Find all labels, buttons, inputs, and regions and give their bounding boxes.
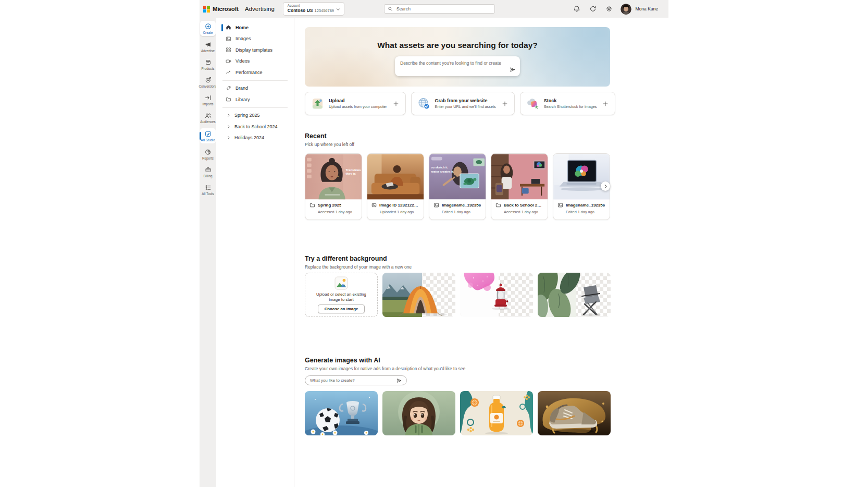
asset-search-input[interactable] [395, 56, 520, 76]
ai-sample-juice-bottle[interactable] [460, 391, 533, 435]
sidebar-folder-holidays-2024[interactable]: Holidays 2024 [216, 132, 294, 144]
imports-icon [205, 94, 212, 101]
rail-item-label: Ad Studio [201, 138, 215, 142]
rail-item-billing[interactable]: Billing [200, 165, 216, 179]
settings-button[interactable] [604, 4, 614, 14]
svg-text:ou sketch it.: ou sketch it. [431, 166, 449, 169]
sidebar-folder-label: Back to School 2024 [234, 124, 278, 129]
global-search [384, 4, 495, 14]
user-name: Mona Kane [636, 6, 658, 11]
display-templates-icon [226, 47, 231, 53]
product-name[interactable]: Advertising [245, 6, 275, 12]
sidebar-item-performance[interactable]: Performance [216, 67, 294, 78]
account-picker[interactable]: Account Contoso US 123456789 [283, 2, 344, 16]
upload-card[interactable]: Upload Upload assets from your computer [305, 92, 406, 115]
recent-card-name: Image ID 12321223214 [379, 203, 419, 208]
generate-submit-button[interactable] [395, 377, 403, 384]
sidebar-folder-back-to-school-2024[interactable]: Back to School 2024 [216, 121, 294, 132]
card-description: Upload assets from your computer [329, 104, 387, 109]
carousel-next-button[interactable] [601, 181, 610, 191]
rail-item-audiences[interactable]: Audiences [200, 111, 216, 125]
recent-card-thumbnail [491, 154, 548, 200]
rail-item-label: Create [203, 31, 213, 34]
upload-image-tile[interactable]: Upload or select an existing image to st… [305, 273, 378, 317]
rail-item-advertise[interactable]: Advertise [200, 40, 216, 54]
camping-chair-sample-image [538, 273, 611, 317]
stock-collage-icon [526, 97, 539, 110]
recent-card-meta: Edited 1 day ago [442, 210, 481, 214]
rail-item-create[interactable]: Create [200, 21, 216, 36]
sidebar-item-label: Performance [235, 70, 263, 75]
chevron-right-icon [603, 184, 608, 189]
sidebar-item-label: Brand [235, 86, 248, 91]
rail-item-reports[interactable]: Reports [200, 147, 216, 161]
stock-card[interactable]: Stock Search Shutterstock for images [520, 92, 616, 115]
sidebar-item-label: Display templates [235, 47, 272, 53]
brand-name: Microsoft [213, 6, 239, 12]
ai-sample-cartoon-girl[interactable] [382, 391, 455, 435]
image-icon [433, 202, 439, 208]
recent-card-name: Imagename_192356 [566, 203, 605, 208]
sidebar-item-display-templates[interactable]: Display templates [216, 44, 294, 56]
add-stock-button[interactable] [601, 100, 610, 108]
rail-item-conversions[interactable]: Conversions [200, 75, 216, 89]
brand-icon [226, 86, 231, 91]
cartoon-girl-image [382, 391, 455, 435]
grab-from-website-card[interactable]: Grab from your website Enter your URL an… [411, 92, 515, 115]
sidebar-item-images[interactable]: Images [216, 33, 294, 45]
sidebar-item-home[interactable]: Home [216, 22, 294, 33]
performance-icon [226, 69, 231, 75]
recent-card-back-to-school[interactable]: Back to School 2024 Accessed 1 day ago [491, 153, 548, 220]
background-sample-tent[interactable] [382, 273, 455, 317]
background-sample-lantern[interactable] [460, 273, 533, 317]
microsoft-logo-link[interactable]: Microsoft [203, 6, 239, 13]
recent-title: Recent [305, 132, 327, 140]
sync-button[interactable] [588, 4, 598, 14]
ai-sample-golden-sneaker[interactable] [538, 391, 611, 435]
ad-studio-sidebar: Home Images Display templates Videos Per… [216, 18, 294, 487]
account-number: 123456789 [314, 8, 334, 13]
search-input[interactable] [395, 6, 491, 12]
rail-item-label: Billing [204, 174, 213, 178]
audiences-icon [205, 112, 212, 119]
sync-icon [589, 5, 597, 13]
ad-studio-app: Microsoft Advertising Account Contoso US… [200, 0, 668, 487]
card-description: Search Shutterstock for images [544, 104, 597, 109]
recent-card-image-id[interactable]: Image ID 12321223214 Uploaded 1 day ago [367, 153, 424, 220]
generate-prompt-input[interactable] [309, 378, 395, 383]
folder-icon [309, 202, 315, 208]
juice-bottle-image [460, 391, 533, 435]
add-website-button[interactable] [501, 100, 509, 108]
generate-section-title: Generate images with AI [305, 357, 380, 364]
search-icon [388, 6, 393, 11]
rail-item-label: Audiences [200, 120, 215, 124]
add-upload-button[interactable] [392, 100, 400, 108]
submit-search-button[interactable] [509, 66, 516, 74]
rail-item-label: Products [202, 67, 215, 70]
rail-item-products[interactable]: Products [200, 57, 216, 71]
tent-sample-image [382, 273, 455, 317]
sidebar-folder-label: Spring 2025 [234, 113, 260, 118]
user-avatar[interactable] [621, 4, 631, 15]
sidebar-item-library[interactable]: Library [216, 94, 294, 105]
notifications-button[interactable] [572, 4, 581, 14]
recent-card-meta: Uploaded 1 day ago [380, 210, 419, 214]
rail-item-ad-studio[interactable]: Ad Studio [200, 128, 216, 143]
rail-item-label: Advertise [201, 49, 215, 53]
chevron-down-icon [336, 7, 341, 12]
sidebar-item-videos[interactable]: Videos [216, 56, 294, 67]
choose-image-button[interactable]: Choose an image [318, 305, 365, 313]
sidebar-item-brand[interactable]: Brand [216, 83, 294, 94]
ai-sample-soccer-trophy[interactable] [305, 391, 378, 435]
recent-card-spring-2025[interactable]: Translatesthey ta Spring 2025 Accessed 1… [305, 153, 362, 220]
recent-card-imagename-1[interactable]: ou sketch it.reator creates it. Imagenam… [429, 153, 486, 220]
rail-item-imports[interactable]: Imports [200, 93, 216, 107]
background-sample-chair[interactable] [538, 273, 611, 317]
plus-icon [393, 101, 399, 107]
sidebar-folder-spring-2025[interactable]: Spring 2025 [216, 110, 294, 121]
navigation-rail: Create Advertise Products Conversions Im… [200, 18, 216, 487]
rail-item-all-tools[interactable]: All Tools [200, 182, 216, 197]
top-bar: Microsoft Advertising Account Contoso US… [200, 0, 668, 18]
recent-card-thumbnail: Translatesthey ta [305, 154, 362, 200]
globe-check-icon [417, 97, 430, 110]
